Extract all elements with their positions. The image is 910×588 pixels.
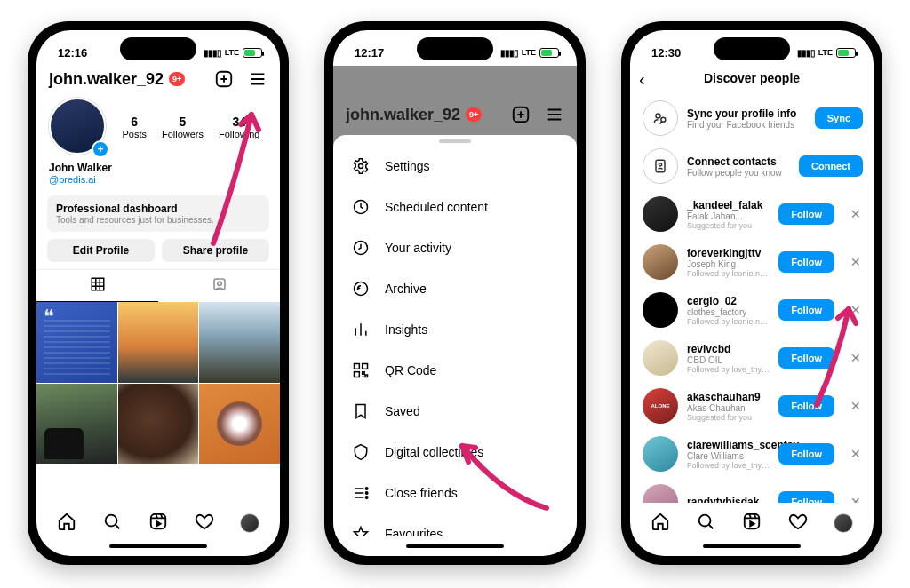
nav-reels-icon[interactable] bbox=[148, 512, 168, 535]
svg-point-23 bbox=[699, 515, 711, 527]
phone-menu: 12:17 ▮▮▮▯ LTE john.walker_92 9+ bbox=[324, 21, 586, 565]
page-title: Discover people bbox=[704, 71, 800, 85]
profile-username-dimmed: john.walker_92 bbox=[346, 106, 460, 124]
battery-icon bbox=[539, 48, 559, 58]
follow-button[interactable]: Follow bbox=[778, 251, 834, 273]
menu-item-insights[interactable]: Insights bbox=[333, 309, 577, 350]
connect-button[interactable]: Connect bbox=[799, 155, 863, 177]
nav-activity-icon[interactable] bbox=[788, 512, 808, 535]
create-icon bbox=[511, 105, 531, 124]
suggestion-username: akaschauhan9 bbox=[687, 391, 770, 403]
user-avatar[interactable] bbox=[643, 484, 678, 503]
stat-followers[interactable]: 5Followers bbox=[162, 115, 204, 139]
suggestion-row[interactable]: revivcbdCBD OILFollowed by love_thy_temp… bbox=[630, 334, 874, 382]
stat-following[interactable]: 34Following bbox=[219, 115, 259, 139]
create-icon[interactable] bbox=[214, 69, 234, 89]
profile-avatar[interactable]: + bbox=[49, 98, 108, 156]
suggestion-row[interactable]: clarewilliams_scentsy...Clare WilliamsFo… bbox=[630, 430, 874, 478]
suggestion-row[interactable]: akaschauhan9Akas ChauhanSuggested for yo… bbox=[630, 382, 874, 430]
status-time: 12:16 bbox=[58, 46, 87, 60]
profile-username[interactable]: john.walker_92 9+ bbox=[49, 70, 185, 89]
network-label: LTE bbox=[522, 48, 536, 57]
display-name: John Walker bbox=[49, 162, 267, 174]
dismiss-icon[interactable]: ✕ bbox=[843, 351, 863, 365]
post-thumbnail[interactable] bbox=[118, 302, 199, 383]
follow-button[interactable]: Follow bbox=[778, 491, 834, 503]
suggestion-subtext: Falak Jahan... bbox=[687, 211, 770, 221]
edit-profile-button[interactable]: Edit Profile bbox=[47, 239, 155, 262]
svg-point-3 bbox=[217, 282, 221, 286]
nav-profile-icon[interactable] bbox=[240, 513, 259, 533]
add-story-icon[interactable]: + bbox=[92, 140, 109, 158]
user-avatar[interactable] bbox=[643, 196, 678, 232]
follow-button[interactable]: Follow bbox=[778, 203, 834, 225]
menu-item-collectibles[interactable]: Digital collectibles bbox=[333, 432, 577, 473]
share-profile-button[interactable]: Share profile bbox=[162, 239, 269, 262]
nav-search-icon[interactable] bbox=[696, 512, 715, 535]
suggestion-row[interactable]: cergio_02clothes_factoryFollowed by leon… bbox=[630, 286, 874, 334]
menu-item-qr[interactable]: QR Code bbox=[333, 350, 577, 391]
suggestion-meta: Followed by leonie.noble1 bbox=[687, 269, 770, 278]
follow-button[interactable]: Follow bbox=[778, 395, 834, 417]
stat-posts[interactable]: 6Posts bbox=[122, 115, 147, 139]
suggestion-row[interactable]: foreverkingjttvJoseph KingFollowed by le… bbox=[630, 238, 874, 286]
svg-rect-12 bbox=[363, 364, 368, 369]
post-thumbnail[interactable] bbox=[118, 384, 199, 465]
connect-row[interactable]: Connect contactsFollow people you know C… bbox=[630, 142, 874, 190]
sync-button[interactable]: Sync bbox=[815, 107, 863, 129]
professional-dashboard[interactable]: Professional dashboard Tools and resourc… bbox=[47, 195, 269, 232]
nav-profile-icon[interactable] bbox=[834, 513, 853, 533]
post-thumbnail[interactable] bbox=[36, 302, 117, 383]
post-thumbnail[interactable] bbox=[36, 384, 117, 465]
svg-rect-11 bbox=[355, 364, 360, 369]
user-avatar[interactable] bbox=[643, 292, 678, 328]
dismiss-icon[interactable]: ✕ bbox=[843, 303, 863, 317]
dismiss-icon[interactable]: ✕ bbox=[843, 399, 863, 413]
post-thumbnail[interactable] bbox=[199, 302, 280, 383]
menu-item-activity[interactable]: Your activity bbox=[333, 227, 577, 268]
tab-grid[interactable] bbox=[36, 270, 158, 302]
user-avatar[interactable] bbox=[643, 388, 678, 424]
user-avatar[interactable] bbox=[643, 244, 678, 280]
dismiss-icon[interactable]: ✕ bbox=[843, 207, 863, 221]
tab-tagged[interactable] bbox=[158, 270, 280, 302]
suggestion-row[interactable]: randytvbisdakFollow✕ bbox=[630, 478, 874, 503]
dismiss-icon[interactable]: ✕ bbox=[843, 447, 863, 461]
hamburger-menu-icon[interactable] bbox=[248, 69, 267, 89]
follow-button[interactable]: Follow bbox=[778, 443, 834, 465]
nav-search-icon[interactable] bbox=[102, 512, 122, 535]
nav-reels-icon[interactable] bbox=[742, 512, 762, 535]
suggestion-username: _kandeel_falak bbox=[687, 199, 770, 211]
close-friends-icon bbox=[351, 483, 371, 503]
menu-item-settings[interactable]: Settings bbox=[333, 146, 577, 187]
suggestion-subtext: Akas Chauhan bbox=[687, 403, 770, 413]
phone-discover: 12:30 ▮▮▮▯ LTE ‹ Discover people Sync yo… bbox=[621, 21, 882, 565]
menu-item-favourites[interactable]: Favourites bbox=[333, 513, 577, 536]
bio-link[interactable]: @predis.ai bbox=[49, 174, 267, 185]
nav-home-icon[interactable] bbox=[651, 512, 670, 535]
status-bar: 12:16 ▮▮▮▯ LTE bbox=[36, 30, 280, 66]
menu-item-scheduled[interactable]: Scheduled content bbox=[333, 187, 577, 227]
suggestion-row[interactable]: _kandeel_falakFalak Jahan...Suggested fo… bbox=[630, 190, 874, 238]
nav-home-icon[interactable] bbox=[57, 512, 76, 535]
post-thumbnail[interactable] bbox=[199, 384, 280, 465]
menu-item-close-friends[interactable]: Close friends bbox=[333, 473, 577, 513]
user-avatar[interactable] bbox=[643, 436, 678, 472]
nav-activity-icon[interactable] bbox=[195, 512, 214, 535]
back-icon[interactable]: ‹ bbox=[639, 69, 645, 90]
follow-button[interactable]: Follow bbox=[778, 347, 834, 369]
user-avatar[interactable] bbox=[643, 340, 678, 376]
svg-point-16 bbox=[365, 497, 368, 499]
suggestion-meta: Suggested for you bbox=[687, 221, 770, 230]
svg-point-7 bbox=[359, 164, 363, 169]
menu-item-saved[interactable]: Saved bbox=[333, 391, 577, 432]
suggestion-meta: Followed by love_thy_temple_ bbox=[687, 365, 770, 374]
dismiss-icon[interactable]: ✕ bbox=[843, 255, 863, 269]
dismiss-icon[interactable]: ✕ bbox=[843, 495, 863, 503]
follow-button[interactable]: Follow bbox=[778, 299, 834, 321]
insights-icon bbox=[351, 320, 371, 339]
menu-item-archive[interactable]: Archive bbox=[333, 268, 577, 309]
sync-row[interactable]: Sync your profile infoFind your Facebook… bbox=[630, 94, 874, 142]
svg-point-22 bbox=[659, 163, 661, 166]
svg-point-4 bbox=[106, 515, 117, 527]
